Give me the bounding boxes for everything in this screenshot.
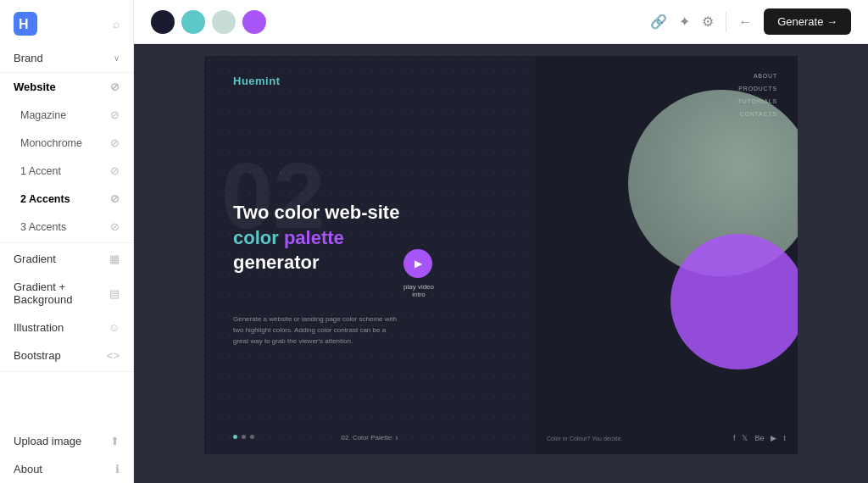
sidebar-item-gradient[interactable]: Gradient ▦ [0, 245, 133, 273]
generate-button[interactable]: Generate → [764, 8, 851, 35]
settings-icon[interactable]: ⚙ [702, 14, 714, 30]
preview-brand-name: Huemint [233, 75, 281, 87]
link-icon[interactable]: 🔗 [650, 14, 667, 30]
gradient-bg-icon: ▤ [109, 287, 120, 300]
back-icon[interactable]: ← [738, 14, 752, 30]
illustration-label: Illustration [14, 321, 64, 334]
app-logo[interactable]: H [14, 12, 37, 36]
sidebar-item-2accents[interactable]: 2 Accents ⊘ [0, 185, 133, 213]
3accents-label: 3 Accents [20, 221, 66, 233]
brand-chevron-icon: ∨ [114, 53, 120, 63]
bootstrap-label: Bootstrap [14, 349, 61, 362]
next-arrow-icon: › [395, 433, 398, 442]
magazine-icon: ⊘ [110, 108, 120, 121]
sidebar-item-1accent[interactable]: 1 Accent ⊘ [0, 157, 133, 185]
3accents-icon: ⊘ [110, 220, 120, 233]
preview-headline: Two color web-site color palette generat… [233, 200, 420, 275]
sidebar-item-gradient-bg[interactable]: Gradient + Background ▤ [0, 273, 133, 314]
divider-2 [0, 371, 133, 372]
headline-accent2: palette [284, 227, 344, 248]
dot-3 [250, 435, 254, 439]
preview-footer-text: Color or Colour? You decide. [547, 436, 623, 441]
page-label-text: 02. Color Palette [342, 434, 392, 441]
main-preview-area: Huemint 02 Two color web-site color pale… [134, 44, 868, 483]
behance-icon: Be [754, 434, 764, 442]
preview-footer: Color or Colour? You decide. f 𝕏 Be ▶ t [547, 434, 786, 442]
divider-1 [0, 242, 133, 243]
sidebar-item-3accents[interactable]: 3 Accents ⊘ [0, 213, 133, 241]
headline-part1: Two color web-site [233, 202, 399, 223]
play-label: play video intro [398, 283, 440, 298]
dot-2 [242, 435, 246, 439]
sidebar-bottom: Upload image ⬆ About ℹ [0, 427, 133, 483]
nav-item-about: ABOUT [754, 73, 777, 79]
sidebar-item-website[interactable]: Website ⊘ [0, 72, 133, 101]
tumblr-icon: t [783, 434, 786, 442]
color-palette-selector [151, 10, 266, 34]
gradient-label: Gradient [14, 253, 56, 265]
color-swatch-black[interactable] [151, 10, 175, 34]
youtube-icon: ▶ [771, 434, 776, 442]
brand-label: Brand [14, 52, 43, 64]
preview-body-text: Generate a website or landing page color… [233, 314, 403, 347]
2accents-icon: ⊘ [110, 192, 120, 205]
gradient-icon: ▦ [109, 253, 120, 265]
preview-footer-icons: f 𝕏 Be ▶ t [733, 434, 786, 442]
preview-left-panel: Huemint 02 Two color web-site color pale… [204, 56, 535, 454]
sidebar-item-bootstrap[interactable]: Bootstrap <> [0, 341, 133, 369]
upload-label: Upload image [14, 435, 81, 447]
sidebar-item-illustration[interactable]: Illustration ☺ [0, 314, 133, 341]
preview-right-panel: ABOUT PRODUCTS TUTORIALS CONTACTS Color … [535, 56, 798, 454]
nav-item-products: PRODUCTS [738, 86, 777, 92]
search-icon[interactable]: ⌕ [113, 17, 120, 31]
grid-icon[interactable]: ✦ [679, 14, 690, 30]
monochrome-icon: ⊘ [110, 136, 120, 149]
preview-pagination-dots [233, 435, 254, 439]
facebook-icon: f [733, 434, 736, 442]
sidebar-item-monochrome[interactable]: Monochrome ⊘ [0, 129, 133, 157]
twitter-icon: 𝕏 [742, 434, 748, 442]
gradient-bg-label: Gradient + Background [14, 280, 109, 306]
sidebar-item-upload[interactable]: Upload image ⬆ [0, 427, 133, 455]
sidebar-item-magazine[interactable]: Magazine ⊘ [0, 101, 133, 129]
sidebar-item-brand[interactable]: Brand ∨ [0, 44, 133, 72]
circle-small [670, 234, 798, 369]
website-label: Website [14, 80, 56, 93]
upload-icon: ⬆ [110, 435, 120, 447]
header: 🔗 ✦ ⚙ ← Generate → [134, 0, 868, 44]
preview-page-label: 02. Color Palette › [342, 433, 398, 442]
play-button[interactable]: ▶ [403, 249, 432, 278]
1accent-label: 1 Accent [20, 165, 61, 177]
magazine-label: Magazine [20, 109, 66, 121]
preview-container: Huemint 02 Two color web-site color pale… [153, 56, 849, 471]
about-label: About [14, 463, 42, 475]
svg-text:H: H [19, 17, 29, 31]
color-swatch-teal[interactable] [181, 10, 205, 34]
bootstrap-icon: <> [107, 349, 120, 362]
1accent-icon: ⊘ [110, 164, 120, 177]
2accents-label: 2 Accents [20, 193, 70, 205]
headline-part2: generator [233, 252, 319, 273]
color-swatch-purple[interactable] [242, 10, 266, 34]
sidebar-header: H ⌕ [0, 0, 133, 44]
dot-1 [233, 435, 237, 439]
header-divider [726, 12, 726, 32]
color-swatch-mint[interactable] [212, 10, 236, 34]
website-icon: ⊘ [110, 80, 120, 93]
illustration-icon: ☺ [108, 321, 120, 334]
info-icon: ℹ [115, 463, 120, 475]
header-tools: 🔗 ✦ ⚙ ← Generate → [650, 8, 851, 35]
sidebar-item-about[interactable]: About ℹ [0, 455, 133, 483]
monochrome-label: Monochrome [20, 137, 82, 149]
headline-accent1: color [233, 227, 279, 248]
sidebar: H ⌕ Brand ∨ Website ⊘ Magazine ⊘ Monochr… [0, 0, 134, 483]
